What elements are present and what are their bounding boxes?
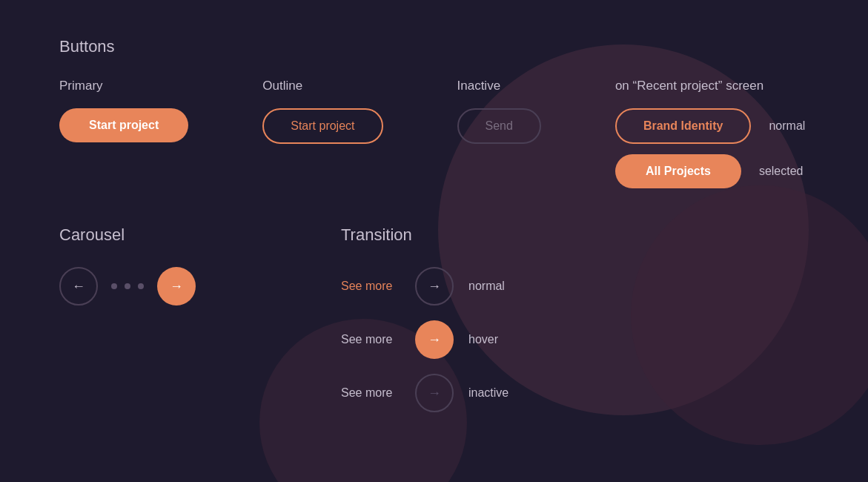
inactive-label: Inactive	[457, 79, 541, 93]
brand-identity-row: Brand Identity normal	[615, 108, 805, 144]
transition-inactive-state: inactive	[468, 386, 508, 400]
inactive-group: Inactive Send	[457, 79, 541, 144]
carousel-right-arrow-button[interactable]: →	[157, 267, 196, 306]
carousel-dot-1	[111, 283, 117, 289]
recent-project-label: on “Recent project” screen	[615, 79, 805, 93]
transition-normal-label: See more	[341, 280, 400, 293]
transition-rows: See more → normal See more → hover S	[341, 267, 600, 412]
carousel-content: ← →	[59, 267, 282, 306]
start-project-primary-button[interactable]: Start project	[59, 108, 188, 142]
transition-hover-state: hover	[468, 333, 498, 346]
main-container: Buttons Primary Start project Outline St…	[0, 0, 868, 449]
transition-inactive-arrow-icon: →	[428, 386, 441, 401]
transition-inactive-row: See more → inactive	[341, 374, 600, 412]
outline-group: Outline Start project	[262, 79, 382, 144]
transition-title: Transition	[341, 225, 600, 245]
buttons-title: Buttons	[59, 37, 809, 56]
all-projects-state: selected	[759, 165, 804, 178]
transition-hover-label: See more	[341, 333, 400, 346]
all-projects-row: All Projects selected	[615, 154, 805, 188]
start-project-outline-button[interactable]: Start project	[262, 108, 382, 144]
transition-normal-arrow-icon: →	[428, 279, 441, 294]
outline-label: Outline	[262, 79, 382, 93]
transition-normal-state: normal	[468, 280, 505, 293]
recent-project-group: on “Recent project” screen Brand Identit…	[615, 79, 805, 188]
buttons-section: Buttons Primary Start project Outline St…	[59, 37, 809, 188]
send-inactive-button: Send	[457, 108, 541, 144]
right-arrow-icon: →	[170, 279, 183, 294]
carousel-dot-3	[138, 283, 144, 289]
carousel-section: Carousel ← →	[59, 225, 282, 306]
transition-normal-row: See more → normal	[341, 267, 600, 306]
primary-group: Primary Start project	[59, 79, 188, 142]
transition-hover-arrow-icon: →	[428, 332, 441, 348]
transition-hover-row: See more → hover	[341, 320, 600, 359]
brand-identity-button[interactable]: Brand Identity	[615, 108, 752, 144]
button-groups: Primary Start project Outline Start proj…	[59, 79, 809, 188]
transition-hover-arrow-button[interactable]: →	[415, 320, 454, 359]
primary-label: Primary	[59, 79, 188, 93]
brand-identity-state: normal	[769, 119, 805, 133]
transition-inactive-label: See more	[341, 386, 400, 400]
transition-inactive-arrow-button: →	[415, 374, 454, 412]
carousel-dots	[111, 283, 144, 289]
transition-section: Transition See more → normal See more →	[341, 225, 600, 412]
recent-project-buttons: Brand Identity normal All Projects selec…	[615, 108, 805, 188]
all-projects-button[interactable]: All Projects	[615, 154, 741, 188]
carousel-title: Carousel	[59, 225, 282, 245]
transition-normal-arrow-button[interactable]: →	[415, 267, 454, 306]
carousel-dot-2	[125, 283, 130, 289]
bottom-sections: Carousel ← → Transition	[59, 225, 809, 412]
carousel-left-arrow-button[interactable]: ←	[59, 267, 98, 306]
left-arrow-icon: ←	[72, 279, 85, 294]
